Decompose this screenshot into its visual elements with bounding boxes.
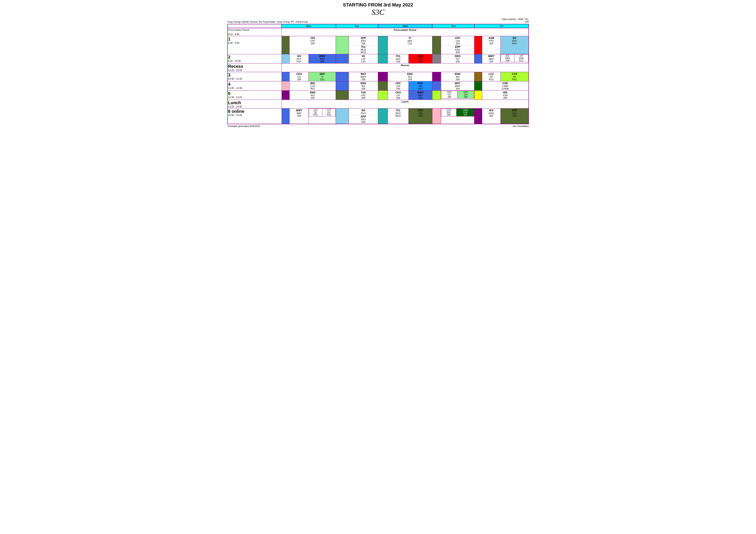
recess-time: Recess 10:20 - 10:40 xyxy=(228,64,282,72)
thu-p6-subjects: CCK BIO 209 CMW CHE 209 xyxy=(441,109,474,124)
lunch-content: Lunch xyxy=(282,100,528,109)
period-2-row: 2 9:25 - 10:20 NA PHY PHY WMY MAT 209 VA… xyxy=(228,54,529,64)
wed-p2-color1 xyxy=(378,54,388,64)
footer: Timetable generated:29/4/2022 aSc Timeta… xyxy=(227,125,529,127)
fri-p3-color xyxy=(474,72,482,81)
thu-p4-color xyxy=(432,81,441,90)
form-master-content: Form-master Period xyxy=(282,28,528,36)
mon-p1-color xyxy=(282,36,289,54)
thu-p1-subject: CPC CHI 209 EPP ERS 209 xyxy=(441,36,474,54)
fri-p3-subject1: LCC PE PG1 xyxy=(482,72,500,81)
wed-p3-color xyxy=(378,72,388,81)
lunch-time: Lunch 13:25 - 14:35 xyxy=(228,100,282,109)
fri-p5-color xyxy=(474,90,482,100)
period-6-time: 6 online 14:35 - 15:30 xyxy=(228,109,282,124)
fri-p6-subject1: IKS ENG 209 xyxy=(482,109,500,124)
mon-p2-subject1: NA PHY PHY xyxy=(289,54,309,64)
tue-p4-color xyxy=(336,81,349,90)
thu-p6-color xyxy=(432,109,441,124)
corner-cell xyxy=(228,24,282,28)
class-teacher-label: Class teacher : ASM, TCL xyxy=(501,18,529,20)
mon-p1-subject: CHI CPC 209 xyxy=(289,36,336,54)
lunch-row: Lunch 13:25 - 14:35 Lunch xyxy=(228,100,529,109)
period-5-row: 5 12:30 - 13:25 ENG IKS 209 CHI CPC 209 … xyxy=(228,90,529,100)
tue-p5-subject: CHI CPC 209 xyxy=(349,90,378,100)
mon-p4-subject: BIO CCK BIO xyxy=(289,81,336,90)
fri-p1-subject1: ASM PTH 209 xyxy=(482,36,500,54)
thu-p2-color xyxy=(432,54,441,64)
mon-p2-subject2: WMY MAT 209 xyxy=(309,54,336,64)
period-3-time: 3 10:40 - 11:35 xyxy=(228,72,282,81)
wed-p1-subject: IT NKF CS1 xyxy=(388,36,432,54)
wed-p4-subject1: CPC CHI 209 xyxy=(388,81,409,90)
mon-p3-color1 xyxy=(282,72,289,81)
period-6-row: 6 online 14:35 - 15:30 WMY MAT 209 LCC P… xyxy=(228,109,529,124)
fri-p6-color xyxy=(474,109,482,124)
wed-p3-subject: ENG IKS 209 xyxy=(388,72,432,81)
recess-content: Recess xyxy=(282,64,528,72)
mon-p5-color xyxy=(282,90,289,100)
mon-p6-color xyxy=(282,109,289,124)
software-label: aSc Timetables xyxy=(513,125,529,127)
day-tue: Tue xyxy=(336,24,378,28)
thu-p2-subject: GEO TLF 209 xyxy=(441,54,474,64)
fri-p2-subject1: WMY MAT 209 xyxy=(482,54,500,64)
fri-p1-color xyxy=(474,36,482,54)
timetable: Mon Tue Wed Thu Fri Form-master Period 8… xyxy=(227,24,529,124)
wed-p6-color1 xyxy=(378,109,388,124)
day-wed: Wed xyxy=(378,24,432,28)
wed-p6-subject2: CPC CHI 209 xyxy=(409,109,432,124)
mon-p5-subject: ENG IKS 209 xyxy=(289,90,336,100)
class-teacher-info: Class teacher : ASM, TCL 209 xyxy=(501,18,529,23)
thu-p5-color1 xyxy=(432,90,441,100)
recess-row: Recess 10:20 - 10:40 Recess xyxy=(228,64,529,72)
mon-p6-subject23: LCC PE PG2 CYP PE PG3 xyxy=(309,109,336,124)
period-5-time: 5 12:30 - 13:25 xyxy=(228,90,282,100)
wed-p5-subject1: CKS CH 209 xyxy=(388,90,409,100)
generated-label: Timetable generated:29/4/2022 xyxy=(227,125,260,127)
tue-p5-color xyxy=(336,90,349,100)
period-1-time: 1 8:30 - 9:25 xyxy=(228,36,282,54)
wed-p4-subject2: PNC HE HE2 xyxy=(409,81,432,90)
day-fri: Fri xyxy=(474,24,529,28)
period-4-row: 4 11:35 - 12:30 BIO CCK BIO ENG IKS 209 … xyxy=(228,81,529,90)
tue-p2-subject: VA LSF CS1 xyxy=(349,54,378,64)
wed-p5-subject2: WMY MAT 209 xyxy=(409,90,432,100)
tue-p3-subject: MAT WMY 209 xyxy=(349,72,378,81)
form-master-time: Form-master Period 8:10 - 8:30 xyxy=(228,28,282,36)
page-title: STARTING FROM 3rd May 2022 xyxy=(227,2,529,8)
wed-p6-subject1: TCL MUS MUS xyxy=(388,109,409,124)
mon-p4-color xyxy=(282,81,289,90)
wed-p1-color xyxy=(378,36,388,54)
school-name: Tung Chung Catholic School, Yat Tung Est… xyxy=(227,20,308,23)
fri-p1-subject2: NA PHY PHY xyxy=(500,36,528,54)
mon-p3-subject2: NKF IT CS1 xyxy=(309,72,336,81)
tue-p2-color xyxy=(336,54,349,64)
page-container: STARTING FROM 3rd May 2022 S3C Tung Chun… xyxy=(227,2,529,127)
day-thu: Thu xyxy=(432,24,474,28)
class-room: 209 xyxy=(501,20,529,23)
fri-p2-color xyxy=(474,54,482,64)
tue-p6-color xyxy=(336,109,349,124)
header: STARTING FROM 3rd May 2022 S3C xyxy=(227,2,529,17)
thu-p3-subject: ENG IKS 209 xyxy=(441,72,474,81)
tue-p6-subject: NA PHY EPP ERS 209 xyxy=(349,109,378,124)
day-mon: Mon xyxy=(282,24,336,28)
tue-p1-color xyxy=(336,36,349,54)
thu-p5-subjects: CKS CH 209 CPC CHI 209 xyxy=(441,90,474,100)
fri-p5-subject: HIS ICM 209 xyxy=(482,90,528,100)
fri-p4-color xyxy=(474,81,482,90)
wed-p2-subject2: ASM LFED 209 xyxy=(409,54,432,64)
header-info-row: Tung Chung Catholic School, Yat Tung Est… xyxy=(227,18,529,23)
wed-p2-subject1: TCL ASS 209 xyxy=(388,54,409,64)
mon-p6-subject1: WMY MAT 209 xyxy=(289,109,309,124)
period-3-row: 3 10:40 - 11:35 CKS CH 209 NKF IT CS1 MA… xyxy=(228,72,529,81)
thu-p4-subject: MAT WMY 209 xyxy=(441,81,474,90)
period-2-time: 2 9:25 - 10:20 xyxy=(228,54,282,64)
fri-p3-subject2: CYP PE PG2 xyxy=(500,72,528,81)
period-4-time: 4 11:35 - 12:30 xyxy=(228,81,282,90)
wed-p5-color1 xyxy=(378,90,388,100)
thu-p1-color1 xyxy=(432,36,441,54)
fri-p6-subject2: CPC CHI 209 xyxy=(500,109,528,124)
mon-p2-color1 xyxy=(282,54,289,64)
